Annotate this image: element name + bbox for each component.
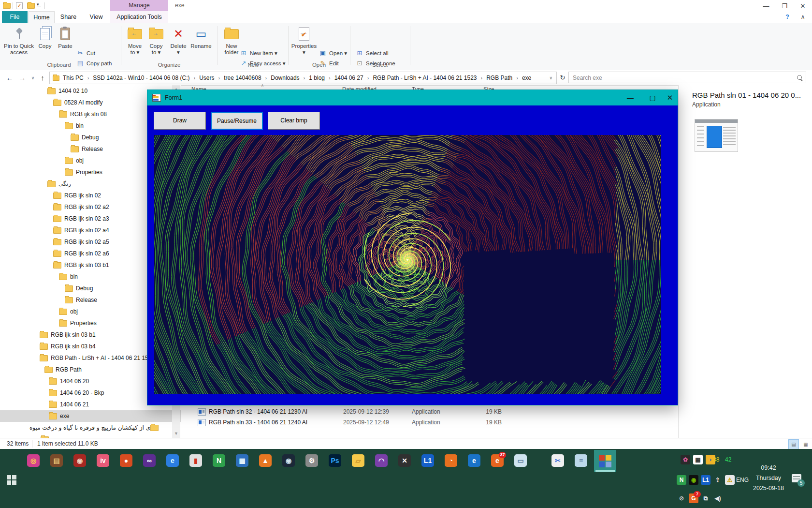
map-pin-icon[interactable]: ◎	[27, 454, 40, 467]
l1-tray-icon[interactable]: L1	[701, 475, 710, 485]
form1-close-icon[interactable]: ✕	[662, 90, 678, 105]
orange-e-browser-icon[interactable]: e37	[491, 454, 504, 467]
clock-time[interactable]: 09:42	[740, 464, 798, 471]
display-tray-icon[interactable]: ⧉	[701, 493, 710, 503]
tab-home[interactable]: Home	[29, 11, 55, 24]
refresh-icon[interactable]: ↻	[557, 72, 568, 84]
help-icon[interactable]: ?	[781, 11, 794, 23]
movie-app-icon[interactable]: ▭	[514, 454, 527, 467]
select-all-button[interactable]: ⊞Select all	[356, 48, 389, 58]
winrar-icon[interactable]: ▤	[50, 454, 63, 467]
snipping-tool-icon[interactable]: ✂	[551, 454, 564, 467]
forward-icon[interactable]: →	[16, 72, 28, 84]
minimize-button[interactable]: —	[757, 0, 775, 12]
taskbar-active-app[interactable]	[594, 450, 616, 472]
back-icon[interactable]: ←	[4, 72, 15, 84]
usb-eject-icon[interactable]: ⇪	[713, 475, 723, 485]
media-dial-icon[interactable]: ◉	[73, 454, 86, 467]
qat-folder-icon[interactable]	[27, 3, 35, 9]
qat-dropdown-icon[interactable]: ▾	[37, 2, 41, 6]
breadcrumb-item[interactable]: 1 blog	[305, 75, 328, 81]
tab-file[interactable]: File	[2, 11, 28, 23]
calculator-icon[interactable]: ▦	[236, 454, 248, 467]
large-icons-view-button[interactable]: ▦	[800, 439, 811, 449]
edit-button[interactable]: ✎Edit	[319, 59, 339, 68]
form1-maximize-icon[interactable]: ▢	[644, 90, 661, 105]
select-none-button[interactable]: ⊡Select none	[356, 59, 395, 68]
defender-warning-icon[interactable]: ⚠	[725, 475, 735, 485]
cut-button[interactable]: ✂Cut	[76, 48, 95, 58]
form1-minimize-icon[interactable]: —	[622, 90, 638, 105]
tab-view[interactable]: View	[84, 11, 109, 23]
sidebar-item[interactable]: ی از کهکشان مارپیچ و فرفره تا گیاه و درخ…	[0, 422, 181, 433]
copy-to-button[interactable]: →Copy to ▾	[145, 26, 167, 56]
collapse-ribbon-icon[interactable]: ∧	[797, 11, 809, 23]
grid-tool-icon[interactable]: ▦	[693, 455, 703, 464]
qat-properties-icon[interactable]: ✓	[16, 2, 23, 9]
copy-path-button[interactable]: ▤Copy path	[76, 59, 112, 68]
clear-bmp-button[interactable]: Clear bmp	[268, 112, 320, 130]
properties-button[interactable]: ✔Properties ▾	[290, 26, 318, 56]
breadcrumb-item[interactable]: RGB Path - LrSh + AI - 1404 06 21 1523	[369, 75, 480, 81]
edge-icon[interactable]: e	[166, 454, 179, 467]
g7-app-icon[interactable]: G7	[689, 493, 698, 503]
move-to-button[interactable]: ←Move to ▾	[124, 26, 146, 56]
ie-icon[interactable]: e	[468, 454, 480, 467]
notepad-icon[interactable]: ≡	[575, 454, 587, 467]
search-icon[interactable]	[797, 75, 802, 80]
photoshop-icon[interactable]: Ps	[329, 454, 341, 467]
details-view-button[interactable]: ▤	[788, 439, 799, 449]
breadcrumb-item[interactable]: SSD 1402a - Win10 - 1404 06 08 (C:)	[89, 75, 193, 81]
visual-studio-icon[interactable]: ∞	[143, 454, 156, 467]
address-dropdown-icon[interactable]: ∨	[549, 75, 552, 80]
maximize-button[interactable]: ❐	[775, 0, 794, 12]
clock-day[interactable]: Thursday	[740, 475, 798, 481]
clock-date[interactable]: 2025-09-18	[740, 485, 798, 492]
nvidia-tray-icon[interactable]: ◉	[689, 475, 698, 485]
x-app-icon[interactable]: ✕	[398, 454, 411, 467]
sidebar-item-selected[interactable]: exe	[0, 410, 181, 422]
copy-button[interactable]: Copy	[35, 26, 55, 49]
close-button[interactable]: ✕	[794, 0, 812, 12]
pause-resume-button[interactable]: Pause/Resume	[211, 112, 263, 130]
breadcrumb-item[interactable]: exe	[519, 75, 535, 81]
file-explorer-icon[interactable]: ▱	[352, 454, 364, 467]
breadcrumb-item[interactable]: 1404 06 27	[331, 75, 367, 81]
green-n-tray-icon[interactable]: N	[677, 475, 686, 485]
scroll-down-icon[interactable]: ▼	[172, 430, 180, 438]
start-button[interactable]	[7, 475, 16, 485]
vlc-icon[interactable]: ▲	[259, 454, 272, 467]
address-bar[interactable]: This PC›SSD 1402a - Win10 - 1404 06 08 (…	[49, 72, 557, 84]
tab-application-tools[interactable]: Application Tools	[110, 11, 168, 23]
file-row[interactable]: RGB Path sln 32 - 1404 06 21 1230 AI2025…	[181, 406, 678, 417]
search-input[interactable]: Search exe	[568, 72, 806, 83]
paste-button[interactable]: Paste	[55, 26, 75, 49]
open-button[interactable]: ▣Open ▾	[319, 48, 347, 58]
settings-gear-icon[interactable]: ⚙	[305, 454, 318, 467]
breadcrumb-item[interactable]: RGB Path	[483, 75, 516, 81]
color-palette-icon[interactable]: ✿	[681, 455, 690, 464]
volume-icon[interactable]: ◀)	[713, 493, 723, 503]
mute-mic-icon[interactable]: ⊘	[677, 493, 686, 503]
tab-share[interactable]: Share	[55, 11, 82, 23]
l1-app-icon[interactable]: L1	[421, 454, 434, 467]
breadcrumb-item[interactable]: tree 14040608	[220, 75, 264, 81]
firefox-icon[interactable]: ◔	[445, 454, 457, 467]
form1-titlebar[interactable]: Form1 — ▢ ✕	[147, 90, 678, 105]
spiral-bitmap-canvas[interactable]	[154, 135, 661, 394]
notion-icon[interactable]: N	[213, 454, 225, 467]
draw-button[interactable]: Draw	[154, 112, 206, 130]
new-item-button[interactable]: ⊞New item ▾	[240, 48, 277, 58]
delete-button[interactable]: ✕Delete ▾	[168, 26, 188, 56]
up-icon[interactable]: ↑	[37, 72, 48, 84]
hw-monitor-icon[interactable]: ▮	[189, 454, 202, 467]
purple-sphere-icon[interactable]: ◠	[375, 454, 388, 467]
breadcrumb-item[interactable]: This PC	[59, 75, 87, 81]
recorder-icon[interactable]: ●	[120, 454, 132, 467]
easy-access-button[interactable]: ↗Easy access ▾	[240, 59, 286, 68]
breadcrumb-item[interactable]: Users	[196, 75, 218, 81]
rename-button[interactable]: ▭Rename	[188, 26, 214, 49]
file-row[interactable]: RGB Path sln 33 - 1404 06 21 1240 AI2025…	[181, 417, 678, 428]
steam-icon[interactable]: ◉	[282, 454, 295, 467]
breadcrumb-item[interactable]: Downloads	[267, 75, 303, 81]
